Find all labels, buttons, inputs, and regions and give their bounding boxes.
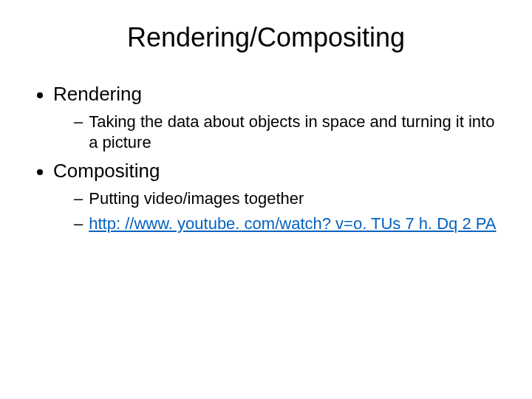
- bullet-rendering: Rendering: [37, 83, 502, 106]
- dash-icon: –: [74, 112, 83, 132]
- subbullet-compositing-desc: – Putting video/images together: [74, 188, 502, 209]
- subbullet-compositing-link: – http: //www. youtube. com/watch? v=o. …: [74, 214, 502, 234]
- youtube-link[interactable]: http: //www. youtube. com/watch? v=o. TU…: [89, 214, 496, 234]
- subbullet-text: Putting video/images together: [89, 188, 304, 209]
- bullet-dot-icon: [37, 92, 43, 98]
- subbullet-rendering-desc: – Taking the data about objects in space…: [74, 112, 502, 152]
- bullet-compositing: Compositing: [37, 160, 502, 183]
- dash-icon: –: [74, 214, 83, 234]
- bullet-dot-icon: [37, 169, 43, 175]
- bullet-label: Rendering: [53, 83, 142, 106]
- bullet-group-rendering: Rendering – Taking the data about object…: [37, 83, 502, 152]
- subbullet-text: Taking the data about objects in space a…: [89, 112, 502, 152]
- slide-content: Rendering – Taking the data about object…: [30, 83, 502, 233]
- bullet-group-compositing: Compositing – Putting video/images toget…: [37, 160, 502, 233]
- bullet-label: Compositing: [53, 160, 160, 183]
- dash-icon: –: [74, 188, 83, 209]
- slide-title: Rendering/Compositing: [30, 22, 502, 53]
